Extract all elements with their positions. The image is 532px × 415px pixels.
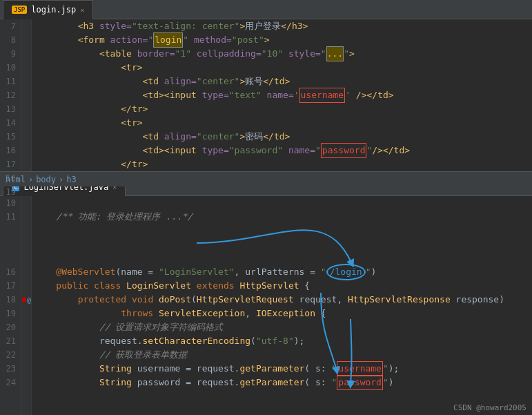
- top-tab-bar: JSP login.jsp ✕: [0, 0, 532, 19]
- code-line-14: <tr>: [35, 116, 532, 130]
- code-line-b13: [35, 238, 532, 251]
- code-line-15: <td align= "center" > 密码 </td>: [35, 130, 532, 144]
- code-line-11: <td align= "center" > 账号 </td>: [35, 75, 532, 88]
- code-line-b14: [35, 251, 532, 265]
- code-line-b20: // 设置请求对象字符编码格式: [35, 320, 532, 334]
- top-line-numbers: 7 8 9 10 11 12 13 14 15 16 17 18 19: [0, 19, 22, 171]
- top-status-bar: html › body › h3: [0, 171, 532, 186]
- top-gutter: [22, 19, 32, 171]
- bottom-gutter: @: [22, 196, 32, 415]
- status-body: body: [36, 175, 56, 184]
- tab-label: login.jsp: [31, 5, 76, 15]
- code-line-b18: protected void doPost ( HttpServletReque…: [35, 293, 532, 307]
- status-h3: h3: [66, 175, 76, 184]
- code-line-7: <h3 style= "text-align: center" > 用户登录 <…: [35, 19, 532, 33]
- bottom-code-lines: /** 功能: 登录处理程序 ...*/ @WebServlet (name =…: [32, 196, 532, 415]
- code-line-9: <table border= "1" cellpadding= "10" sty…: [35, 47, 532, 61]
- watermark: CSDN @howard2005: [453, 403, 526, 412]
- code-line-16: <td><input type= "password" name= "passw…: [35, 144, 532, 157]
- code-line-10: <tr>: [35, 61, 532, 75]
- jsp-icon: JSP: [12, 6, 27, 14]
- code-line-b19: throws ServletException , IOException {: [35, 307, 532, 320]
- code-line-b22: // 获取登录表单数据: [35, 348, 532, 362]
- code-line-b16: @WebServlet (name = "LoginServlet" , url…: [35, 265, 532, 279]
- code-line-b12: [35, 224, 532, 238]
- code-line-8: <form action= "login" method= "post" >: [35, 33, 532, 47]
- bookmark-icon: @: [27, 296, 31, 304]
- bottom-editor: 10 11 16 17 18 19 20 21 22 23 24: [0, 196, 532, 415]
- tab-login-jsp[interactable]: JSP login.jsp ✕: [3, 0, 93, 19]
- code-line-b21: request. setCharacterEncoding ( "utf-8" …: [35, 334, 532, 348]
- status-html: html: [6, 175, 26, 184]
- top-code-lines: <h3 style= "text-align: center" > 用户登录 <…: [32, 19, 532, 171]
- code-line-13: </tr>: [35, 102, 532, 116]
- code-line-12: <td><input type= "text" name= 'username'…: [35, 88, 532, 102]
- close-icon[interactable]: ✕: [80, 6, 84, 14]
- code-line-b24: String password = request. getParameter …: [35, 376, 532, 389]
- code-line-17: </tr>: [35, 157, 532, 171]
- code-line-b11: /** 功能: 登录处理程序 ...*/: [35, 210, 532, 224]
- code-line-b17: public class LoginServlet extends HttpSe…: [35, 279, 532, 293]
- code-line-b10: [35, 196, 532, 210]
- bottom-line-numbers: 10 11 16 17 18 19 20 21 22 23 24: [0, 196, 22, 415]
- top-editor: 7 8 9 10 11 12 13 14 15 16 17 18 19: [0, 19, 532, 177]
- breakpoint-dot: [22, 297, 26, 302]
- code-line-b23: String username = request. getParameter …: [35, 362, 532, 376]
